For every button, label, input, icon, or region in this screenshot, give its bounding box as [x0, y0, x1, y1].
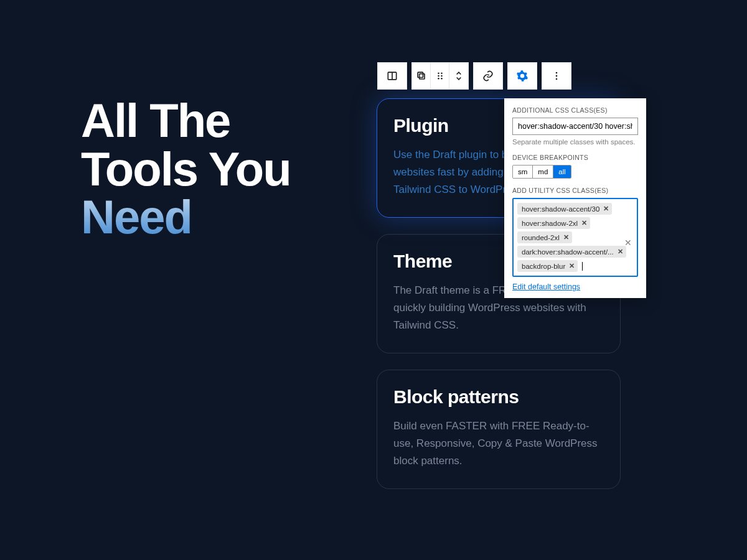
edit-defaults-link[interactable]: Edit default settings	[512, 282, 580, 291]
utility-tag: rounded-2xl✕	[517, 231, 572, 243]
settings-panel: ADDITIONAL CSS CLASS(ES) Separate multip…	[504, 98, 646, 298]
drag-icon[interactable]	[431, 63, 449, 89]
remove-tag-icon[interactable]: ✕	[618, 248, 623, 256]
svg-point-11	[556, 75, 558, 77]
label-breakpoints: DEVICE BREAKPOINTS	[512, 154, 638, 161]
columns-icon[interactable]	[378, 63, 406, 89]
css-hint: Separate multiple classes with spaces.	[512, 138, 638, 146]
svg-rect-3	[418, 72, 423, 77]
card-body: Build even FASTER with FREE Ready-to-use…	[393, 418, 604, 470]
svg-point-5	[441, 73, 443, 75]
remove-tag-icon[interactable]: ✕	[603, 205, 609, 213]
hero-line-3: Need	[81, 190, 192, 243]
svg-point-6	[438, 75, 439, 77]
breakpoint-md[interactable]: md	[533, 166, 553, 178]
svg-point-8	[438, 78, 439, 80]
block-toolbar	[377, 62, 571, 90]
remove-tag-icon[interactable]: ✕	[569, 262, 575, 270]
breakpoint-group: sm md all	[512, 165, 571, 179]
svg-point-4	[438, 73, 439, 75]
link-icon[interactable]	[474, 63, 502, 89]
additional-css-input[interactable]	[512, 118, 638, 135]
svg-point-12	[556, 78, 558, 80]
remove-tag-icon[interactable]: ✕	[563, 233, 569, 241]
hero-heading: All The Tools You Need	[81, 96, 291, 241]
clear-all-icon[interactable]: ✕	[624, 238, 632, 248]
svg-point-7	[441, 75, 443, 77]
duplicate-icon[interactable]	[412, 63, 431, 89]
breakpoint-sm[interactable]: sm	[513, 166, 533, 178]
breakpoint-all[interactable]: all	[553, 166, 571, 178]
utility-tag-input[interactable]: hover:shadow-accent/30✕ hover:shadow-2xl…	[512, 198, 638, 277]
label-additional-css: ADDITIONAL CSS CLASS(ES)	[512, 106, 638, 114]
sort-icon[interactable]	[449, 63, 468, 89]
utility-tag: hover:shadow-2xl✕	[517, 217, 590, 229]
card-title: Block patterns	[393, 386, 604, 408]
utility-tag: backdrop-blur✕	[517, 260, 578, 272]
utility-tag: dark:hover:shadow-accent/...✕	[517, 246, 626, 258]
svg-point-9	[441, 78, 443, 80]
utility-tag: hover:shadow-accent/30✕	[517, 203, 612, 215]
label-utility-css: ADD UTILITY CSS CLASS(ES)	[512, 187, 638, 194]
svg-point-10	[556, 72, 558, 74]
hero-line-2: Tools You	[81, 142, 291, 195]
gear-icon[interactable]	[508, 63, 537, 89]
card-block-patterns[interactable]: Block patterns Build even FASTER with FR…	[377, 370, 621, 489]
more-icon[interactable]	[542, 63, 571, 89]
hero-line-1: All The	[81, 94, 230, 147]
svg-rect-2	[419, 74, 424, 79]
remove-tag-icon[interactable]: ✕	[581, 219, 587, 227]
